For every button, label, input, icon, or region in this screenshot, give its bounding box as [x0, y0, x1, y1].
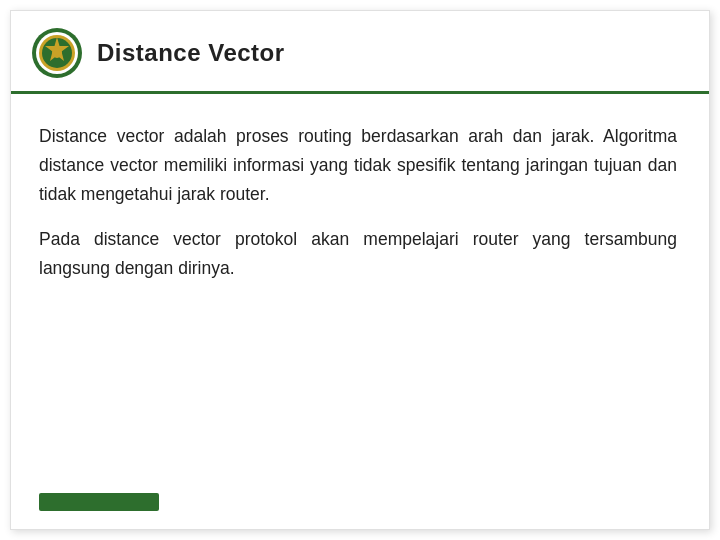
svg-point-5	[52, 48, 62, 58]
slide-content: Distance vector adalah proses routing be…	[11, 94, 709, 318]
footer-bar	[39, 493, 159, 511]
logo-icon	[31, 27, 83, 79]
slide-title: Distance Vector	[97, 39, 285, 67]
paragraph-1: Distance vector adalah proses routing be…	[39, 122, 677, 209]
slide-header: Distance Vector	[11, 11, 709, 94]
paragraph-2: Pada distance vector protokol akan mempe…	[39, 225, 677, 283]
slide-container: Distance Vector Distance vector adalah p…	[10, 10, 710, 530]
